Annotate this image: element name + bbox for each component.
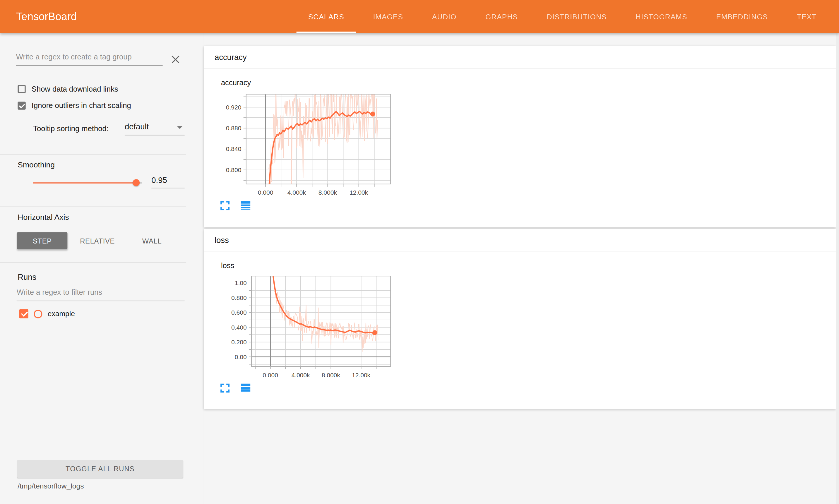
svg-text:0.000: 0.000 (263, 372, 278, 378)
tag-group-loss: loss loss 0.0004.000k8.000k12.00k0.000.2… (204, 229, 836, 409)
run-color-dot (34, 309, 42, 318)
tooltip-sorting-value: default (125, 122, 149, 131)
tab-audio[interactable]: AUDIO (417, 0, 471, 33)
app-header: TensorBoard SCALARS IMAGES AUDIO GRAPHS … (0, 0, 839, 33)
show-download-links-checkbox[interactable] (18, 85, 25, 93)
settings-sidebar: Show data download links Ignore outliers… (0, 33, 204, 504)
svg-text:12.00k: 12.00k (350, 189, 368, 196)
tab-distributions[interactable]: DISTRIBUTIONS (532, 0, 621, 33)
svg-text:0.800: 0.800 (231, 294, 247, 301)
axis-button-relative[interactable]: RELATIVE (73, 232, 122, 249)
svg-text:0.000: 0.000 (258, 189, 273, 196)
run-checkbox[interactable] (19, 309, 29, 318)
horizontal-axis-label: Horizontal Axis (18, 213, 69, 221)
scalar-chart-accuracy[interactable]: 0.0004.000k8.000k12.00k0.8000.8400.8800.… (214, 90, 400, 199)
svg-text:0.880: 0.880 (226, 125, 242, 131)
ignore-outliers-checkbox[interactable] (18, 101, 25, 109)
tab-scalars[interactable]: SCALARS (293, 0, 359, 33)
log-directory-path: /tmp/tensorflow_logs (18, 482, 84, 490)
run-selector-icon[interactable] (241, 201, 251, 210)
runs-filter-input[interactable] (17, 288, 185, 301)
tab-images[interactable]: IMAGES (359, 0, 417, 33)
divider (0, 154, 186, 155)
smoothing-label: Smoothing (18, 160, 55, 169)
tag-group-header-accuracy[interactable]: accuracy (204, 46, 836, 69)
tooltip-sorting-dropdown[interactable]: default (125, 122, 185, 136)
run-name: example (48, 310, 75, 318)
tab-text[interactable]: TEXT (782, 0, 831, 33)
show-download-links-label: Show data download links (32, 85, 118, 93)
fullscreen-icon[interactable] (220, 384, 230, 393)
chart-title-accuracy: accuracy (221, 78, 251, 87)
scalar-chart-loss[interactable]: 0.0004.000k8.000k12.00k0.000.2000.4000.6… (219, 272, 404, 382)
axis-button-step[interactable]: STEP (17, 232, 67, 249)
show-download-links-row[interactable]: Show data download links (18, 85, 118, 93)
tab-graphs[interactable]: GRAPHS (471, 0, 533, 33)
svg-text:12.00k: 12.00k (352, 372, 371, 378)
chevron-down-icon (177, 126, 182, 131)
svg-text:0.840: 0.840 (226, 145, 242, 152)
chart-title-loss: loss (221, 261, 234, 270)
ignore-outliers-label: Ignore outliers in chart scaling (32, 101, 131, 109)
svg-text:0.600: 0.600 (231, 309, 247, 316)
tag-group-accuracy: accuracy accuracy 0.0004.000k8.000k12.00… (204, 46, 836, 228)
scrollbar-track[interactable] (836, 33, 839, 504)
chart-actions (220, 384, 250, 393)
smoothing-slider[interactable] (33, 179, 142, 187)
svg-text:0.00: 0.00 (235, 354, 247, 360)
tensorboard-app: TensorBoard SCALARS IMAGES AUDIO GRAPHS … (0, 0, 839, 504)
tab-histograms[interactable]: HISTOGRAMS (621, 0, 702, 33)
nav-tabs: SCALARS IMAGES AUDIO GRAPHS DISTRIBUTION… (293, 0, 831, 33)
horizontal-axis-buttons: STEP RELATIVE WALL (17, 232, 181, 249)
svg-text:0.800: 0.800 (226, 166, 242, 173)
app-logo: TensorBoard (16, 0, 77, 33)
dashboard-main: accuracy accuracy 0.0004.000k8.000k12.00… (203, 33, 839, 504)
tag-filter-input[interactable] (16, 52, 163, 66)
svg-text:0.400: 0.400 (231, 324, 247, 331)
runs-label: Runs (18, 272, 36, 281)
chart-actions (220, 201, 250, 210)
axis-button-wall[interactable]: WALL (127, 232, 177, 249)
tooltip-sorting-label: Tooltip sorting method: (33, 124, 108, 132)
svg-text:8.000k: 8.000k (322, 372, 340, 378)
svg-text:8.000k: 8.000k (319, 189, 337, 196)
smoothing-value[interactable]: 0.95 (151, 176, 184, 188)
divider (0, 206, 186, 206)
slider-fill (33, 182, 136, 183)
clear-filter-icon[interactable] (171, 54, 180, 64)
svg-text:4.000k: 4.000k (287, 189, 306, 196)
svg-text:1.00: 1.00 (235, 280, 247, 286)
run-selector-icon[interactable] (241, 384, 251, 392)
toggle-all-runs-button[interactable]: TOGGLE ALL RUNS (17, 460, 183, 478)
tag-group-header-loss[interactable]: loss (204, 229, 836, 251)
slider-thumb[interactable] (132, 179, 140, 186)
divider (0, 262, 186, 263)
svg-text:4.000k: 4.000k (291, 372, 310, 378)
tab-embeddings[interactable]: EMBEDDINGS (702, 0, 783, 33)
fullscreen-icon[interactable] (220, 201, 230, 210)
svg-text:0.920: 0.920 (226, 104, 242, 111)
run-row-example[interactable]: example (19, 309, 75, 318)
ignore-outliers-row[interactable]: Ignore outliers in chart scaling (18, 101, 131, 109)
svg-text:0.200: 0.200 (231, 339, 247, 345)
